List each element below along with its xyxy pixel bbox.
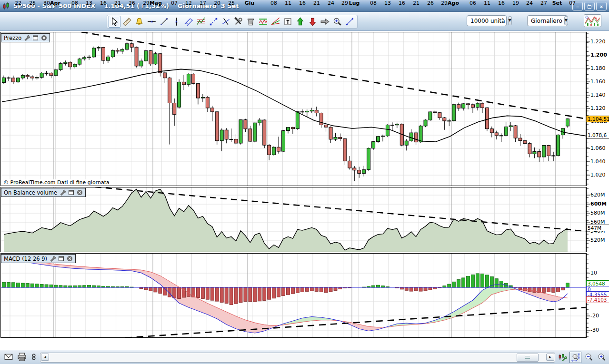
zoom-in-icon[interactable] xyxy=(596,352,608,363)
obv-panel-header: On Balance volume xyxy=(1,188,86,197)
mail-icon[interactable] xyxy=(4,353,13,361)
scrollbar-thumb[interactable] xyxy=(517,354,539,362)
detach-window-icon[interactable] xyxy=(58,256,64,262)
copyright-note: © ProRealTime.com Dati di fine giornata xyxy=(2,179,110,186)
macd-panel-header: MACD (12 26 9) xyxy=(1,254,76,263)
scroll-right-icon[interactable]: ► xyxy=(546,354,554,361)
price-panel-header: Prezzo xyxy=(1,33,50,42)
scroll-left-icon[interactable]: ◄ xyxy=(41,354,49,361)
close-panel-icon[interactable] xyxy=(77,189,83,196)
detach-window-icon[interactable] xyxy=(32,35,39,41)
link-icon[interactable] xyxy=(30,353,37,361)
wrench-icon[interactable] xyxy=(24,35,30,41)
detach-window-icon[interactable] xyxy=(68,189,74,196)
horizontal-scrollbar[interactable]: ◄ ► xyxy=(40,353,555,363)
wrench-icon[interactable] xyxy=(50,256,56,262)
close-panel-icon[interactable] xyxy=(41,35,47,41)
zoom-drag-icon[interactable] xyxy=(569,352,581,363)
obv-panel-title: On Balance volume xyxy=(4,189,57,196)
chart-settings-icon[interactable] xyxy=(556,352,568,363)
proreal-time-window: SP500 - S&P 500 INDEX 1.104,51 (+1,32%) … xyxy=(0,0,609,364)
wrench-icon[interactable] xyxy=(60,189,66,196)
macd-panel-title: MACD (12 26 9) xyxy=(4,256,47,262)
status-bar: ◄ ► xyxy=(0,350,609,364)
price-panel-title: Prezzo xyxy=(4,35,21,41)
print-icon[interactable] xyxy=(17,353,27,361)
close-panel-icon[interactable] xyxy=(67,256,73,262)
zoom-out-icon[interactable] xyxy=(583,352,595,363)
